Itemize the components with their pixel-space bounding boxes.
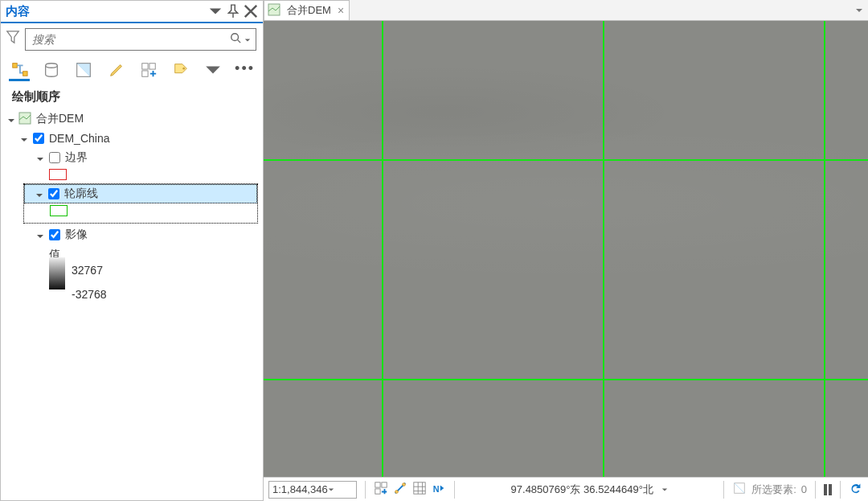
- grayscale-ramp-icon: [49, 257, 65, 290]
- tree-node-image[interactable]: 影像: [4, 225, 263, 244]
- visibility-checkbox[interactable]: [33, 133, 44, 144]
- pause-drawing-button[interactable]: [824, 484, 832, 495]
- list-by-snapping-button[interactable]: [138, 59, 159, 81]
- selection-label: 所选要素:: [751, 483, 796, 497]
- panel-title: 内容: [6, 4, 205, 19]
- search-icon[interactable]: [230, 32, 241, 47]
- grid-line: [264, 379, 868, 380]
- status-bar: 1:1,844,346 N 97.4850769°东 36.5244649°北 …: [264, 477, 868, 501]
- section-title: 绘制顺序: [4, 88, 263, 109]
- symbol-swatch-red[interactable]: [49, 169, 67, 180]
- chevron-down-icon[interactable]: [328, 483, 334, 495]
- tab-overflow-icon[interactable]: [855, 0, 868, 20]
- svg-point-16: [403, 483, 406, 487]
- coordinate-readout: 97.4850769°东 36.5244649°北: [463, 483, 715, 497]
- tab-close-icon[interactable]: ×: [338, 4, 344, 17]
- grid-line: [382, 21, 383, 477]
- separator: [454, 481, 455, 499]
- chevron-down-icon[interactable]: [203, 59, 223, 81]
- list-by-drawing-order-button[interactable]: [9, 59, 30, 81]
- grid-line: [824, 21, 825, 477]
- close-icon[interactable]: [244, 4, 258, 18]
- map-tab-label: 合并DEM: [287, 3, 331, 18]
- panel-toolbar: •••: [1, 55, 263, 83]
- svg-rect-8: [141, 71, 147, 76]
- svg-rect-13: [382, 483, 387, 487]
- expander-icon[interactable]: [36, 153, 46, 162]
- tree-node-outline[interactable]: 轮廓线: [24, 184, 257, 203]
- map-icon: [268, 3, 284, 18]
- map-area: 合并DEM × 1:1,844,346 N 97.4850769°东 36.52…: [264, 0, 868, 501]
- separator: [840, 481, 841, 499]
- constraints-button[interactable]: [393, 481, 407, 498]
- list-by-labeling-button[interactable]: [170, 59, 191, 81]
- refresh-button[interactable]: [849, 481, 863, 498]
- list-by-selection-button[interactable]: [73, 59, 94, 81]
- selection-count: 0: [801, 483, 807, 495]
- expander-icon[interactable]: [36, 230, 46, 240]
- map-tab[interactable]: 合并DEM ×: [264, 0, 350, 20]
- visibility-checkbox[interactable]: [49, 229, 60, 240]
- separator: [723, 481, 724, 499]
- svg-rect-14: [375, 489, 380, 494]
- coords-value: 97.4850769°东 36.5244649°北: [511, 483, 653, 495]
- svg-rect-17: [414, 483, 425, 494]
- tree-node-group[interactable]: DEM_China: [4, 129, 263, 148]
- svg-rect-6: [141, 64, 147, 69]
- filter-icon[interactable]: [6, 29, 20, 50]
- tree-node-map[interactable]: 合并DEM: [4, 109, 263, 129]
- search-box[interactable]: [25, 28, 256, 51]
- dropdown-icon[interactable]: [208, 4, 223, 18]
- visibility-checkbox[interactable]: [49, 152, 60, 163]
- svg-point-9: [182, 68, 185, 70]
- svg-rect-1: [13, 63, 18, 68]
- separator: [815, 481, 816, 499]
- grid-line: [603, 21, 604, 477]
- map-canvas[interactable]: [264, 21, 868, 477]
- tree-node-boundary[interactable]: 边界: [4, 148, 263, 167]
- scale-selector[interactable]: 1:1,844,346: [268, 481, 357, 499]
- separator: [365, 481, 366, 499]
- value-title: 值: [49, 248, 263, 262]
- svg-point-15: [395, 491, 399, 494]
- search-dropdown-icon[interactable]: [241, 32, 251, 47]
- selection-chip-icon[interactable]: [732, 481, 747, 498]
- tree-label: DEM_China: [47, 132, 109, 145]
- visibility-checkbox[interactable]: [48, 188, 59, 199]
- svg-rect-12: [375, 483, 380, 487]
- more-options-button[interactable]: •••: [235, 60, 255, 80]
- grid-line: [264, 159, 868, 161]
- map-icon: [18, 112, 35, 127]
- map-tab-strip: 合并DEM ×: [264, 0, 868, 21]
- layer-tree: 合并DEM DEM_China 边界 轮廓线: [4, 109, 263, 301]
- panel-header: 内容: [1, 1, 263, 23]
- list-by-source-button[interactable]: [41, 59, 62, 81]
- tree-label: 影像: [63, 228, 88, 242]
- value-min: -32768: [72, 288, 107, 301]
- search-input[interactable]: [31, 32, 230, 47]
- scale-value: 1:1,844,346: [272, 483, 328, 495]
- snapping-button[interactable]: [374, 481, 388, 498]
- search-row: [1, 23, 263, 55]
- panel-body: 绘制顺序 合并DEM DEM_China 边界: [1, 83, 263, 500]
- list-by-editing-button[interactable]: [105, 59, 126, 81]
- contents-panel: 内容 •••: [0, 0, 264, 501]
- tree-label: 轮廓线: [63, 187, 98, 201]
- tree-label: 合并DEM: [35, 112, 84, 126]
- corrections-button[interactable]: N: [432, 481, 446, 498]
- selected-node-wrap: 轮廓线: [23, 183, 258, 224]
- tree-label: 边界: [63, 150, 88, 165]
- chevron-down-icon[interactable]: [661, 483, 668, 495]
- expander-icon[interactable]: [20, 133, 30, 143]
- svg-text:N: N: [433, 484, 440, 494]
- grid-button[interactable]: [412, 481, 427, 498]
- expander-icon[interactable]: [7, 114, 17, 124]
- svg-rect-7: [149, 64, 155, 69]
- svg-point-0: [231, 34, 239, 41]
- value-block: 值 32767 -32768: [49, 248, 263, 301]
- svg-rect-2: [23, 71, 28, 76]
- expander-icon[interactable]: [35, 189, 45, 199]
- symbol-swatch-green[interactable]: [50, 205, 68, 216]
- svg-point-3: [46, 64, 58, 68]
- pin-icon[interactable]: [226, 4, 240, 18]
